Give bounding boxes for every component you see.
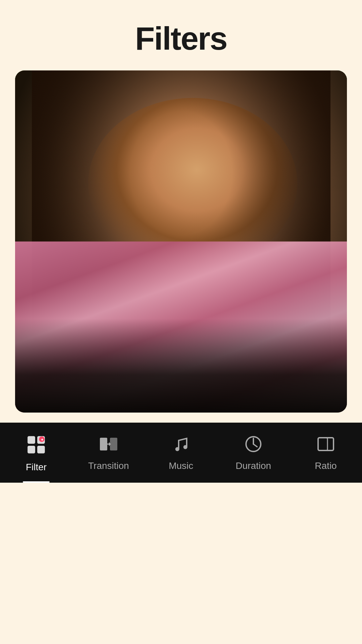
bottom-nav: ✦ Filter Transition Music (0, 423, 362, 483)
svg-point-11 (183, 445, 187, 449)
nav-label-music: Music (169, 461, 193, 471)
main-image-container: B-06 BB-12 BLP-0 (15, 70, 347, 413)
svg-text:✦: ✦ (41, 438, 44, 442)
nav-item-music[interactable]: Music (145, 434, 217, 473)
nav-item-ratio[interactable]: Ratio (290, 434, 362, 473)
svg-line-14 (253, 444, 257, 447)
main-image (15, 70, 347, 413)
filter-icon: ✦ (26, 434, 47, 458)
nav-label-ratio: Ratio (315, 461, 337, 471)
music-icon (171, 434, 191, 457)
page-title: Filters (0, 0, 362, 70)
transition-icon (99, 434, 118, 457)
svg-rect-15 (318, 438, 334, 450)
svg-rect-6 (100, 438, 107, 450)
nav-item-duration[interactable]: Duration (217, 434, 290, 473)
duration-icon (244, 434, 263, 457)
svg-rect-16 (318, 438, 327, 450)
nav-label-filter: Filter (26, 462, 47, 473)
svg-rect-2 (27, 446, 35, 453)
nav-item-transition[interactable]: Transition (72, 434, 145, 473)
svg-rect-0 (27, 436, 35, 444)
svg-rect-7 (110, 438, 117, 450)
nav-label-duration: Duration (236, 461, 271, 471)
svg-point-10 (175, 447, 179, 451)
nav-label-transition: Transition (88, 461, 129, 471)
svg-rect-3 (37, 446, 45, 453)
ratio-icon (316, 434, 336, 457)
nav-item-filter[interactable]: ✦ Filter (0, 434, 72, 473)
